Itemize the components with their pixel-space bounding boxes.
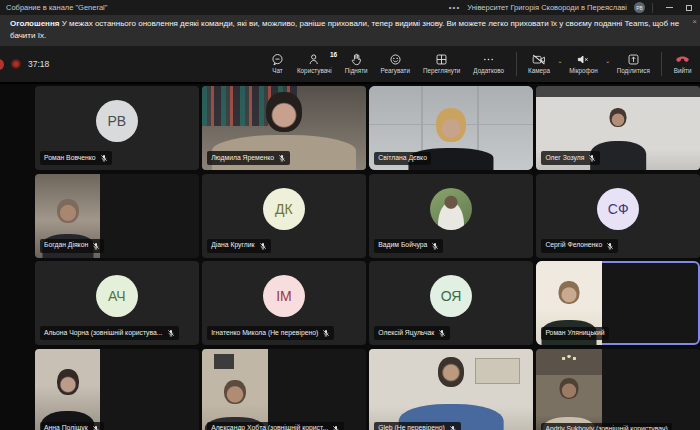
participant-initials-avatar: СФ (597, 188, 639, 230)
camera-button[interactable]: Камера (522, 53, 557, 74)
participant-name-tag: Gleb (Не перевірено) (374, 422, 461, 430)
profile-avatar[interactable]: РВ (634, 2, 645, 13)
participant-tile[interactable]: ДКДіана Круглик (202, 174, 366, 258)
raise-hand-button[interactable]: Підняти (338, 53, 374, 74)
participant-name: Людмила Яременко (211, 155, 274, 162)
participant-name-tag: Анна Поліщук (40, 422, 104, 430)
participant-name-tag: Світлана Дєвко (374, 152, 431, 165)
participant-tile[interactable]: Богдан Діякон (35, 174, 199, 258)
participant-tile[interactable]: ОЯОлексій Яцульчак (369, 261, 533, 345)
participant-tile[interactable]: Gleb (Не перевірено) (369, 349, 533, 430)
participant-name-tag: Сергій Фелоненко (541, 239, 618, 253)
participant-name-tag: Альона Чорна (зовнішній користува... (40, 326, 179, 340)
call-icon (0, 59, 4, 70)
participant-tile[interactable]: Роман Уляницький (536, 261, 700, 345)
mic-off-icon (322, 329, 330, 337)
mic-button[interactable]: Мікрофон (563, 53, 605, 74)
participant-name-tag: Людмила Яременко (207, 151, 290, 165)
hang-up-icon (675, 53, 690, 66)
participant-name: Andriy Sukhoviy (зовнішній користувач) (545, 426, 667, 430)
participant-tile[interactable]: Світлана Дєвко (369, 86, 533, 170)
mic-off-icon (449, 425, 457, 430)
participant-name-tag: Роман Вовченко (40, 151, 112, 165)
mic-off-icon (438, 329, 446, 337)
person-silhouette (560, 378, 579, 399)
react-icon (389, 53, 402, 66)
mic-off-icon (100, 154, 108, 162)
mic-off-icon (278, 154, 286, 162)
person-silhouette (266, 92, 302, 132)
participant-name: Олексій Яцульчак (378, 330, 434, 337)
participant-name-tag: Александр Хобта (зовнішній корист... (207, 422, 344, 430)
participant-name: Gleb (Не перевірено) (378, 425, 445, 430)
org-name: Університет Григорія Сковороди в Переясл… (467, 3, 627, 12)
mic-off-icon (606, 242, 614, 250)
participant-name-tag: Діана Круглик (207, 239, 270, 253)
participant-tile[interactable]: Вадим Бойчура (369, 174, 533, 258)
person-silhouette (224, 380, 246, 404)
participant-tile[interactable]: ІМІгнатенко Микола (Не перевірено) (202, 261, 366, 345)
participant-video (35, 349, 100, 430)
participant-video (536, 349, 601, 430)
restore-button[interactable] (686, 5, 692, 11)
participant-video (202, 349, 267, 430)
participant-initials-avatar: ДК (263, 188, 305, 230)
person-silhouette (57, 199, 79, 223)
participant-tile[interactable]: СФСергій Фелоненко (536, 174, 700, 258)
mic-off-icon (167, 329, 175, 337)
participant-tile[interactable]: Анна Поліщук (35, 349, 199, 430)
participant-name-tag: Олег Зозуля (541, 151, 600, 165)
participant-tile[interactable]: Олег Зозуля (536, 86, 700, 170)
participant-initials-avatar: АЧ (96, 275, 138, 317)
chat-button[interactable]: Чат (264, 53, 290, 74)
announcement-text: У межах останнього оновлення деякі коман… (10, 19, 679, 40)
participants-grid: РВРоман ВовченкоЛюдмила ЯременкоСвітлана… (35, 84, 700, 430)
participant-name: Діана Круглик (211, 242, 254, 249)
leave-button[interactable]: Вийти (667, 53, 698, 74)
participants-count-badge: 16 (330, 52, 337, 59)
participant-name-tag: Andriy Sukhoviy (зовнішній користувач) (541, 423, 671, 430)
participant-photo-avatar (430, 188, 472, 230)
participant-tile[interactable]: РВРоман Вовченко (35, 86, 199, 170)
participant-name-tag: Ігнатенко Микола (Не перевірено) (207, 326, 334, 340)
person-silhouette (436, 108, 466, 142)
mic-muted-icon (576, 53, 590, 66)
participant-name: Ігнатенко Микола (Не перевірено) (211, 330, 318, 337)
person-silhouette (559, 281, 580, 304)
recording-indicator-icon (11, 59, 21, 69)
participant-name-tag: Богдан Діякон (40, 239, 104, 253)
mic-off-icon (259, 242, 267, 250)
participant-name-tag: Вадим Бойчура (374, 239, 443, 253)
share-button[interactable]: Поділитися (610, 53, 656, 74)
participant-name: Вадим Бойчура (378, 242, 427, 249)
participant-tile[interactable]: Александр Хобта (зовнішній корист... (202, 349, 366, 430)
person-silhouette (57, 369, 79, 395)
people-icon (308, 53, 321, 66)
view-button[interactable]: Переглянути (417, 53, 467, 74)
react-button[interactable]: Реагувати (374, 53, 416, 74)
divider (661, 52, 662, 76)
participant-tile[interactable]: Andriy Sukhoviy (зовнішній користувач) (536, 349, 700, 430)
participant-tile[interactable]: Людмила Яременко (202, 86, 366, 170)
meeting-timer: 37:18 (28, 59, 49, 69)
participant-name: Богдан Діякон (44, 242, 88, 249)
more-options-icon[interactable]: ••• (449, 3, 460, 12)
window-title: Собрание в канале "General" (6, 3, 107, 12)
minimize-button[interactable] (666, 7, 673, 8)
participant-tile[interactable]: АЧАльона Чорна (зовнішній користува... (35, 261, 199, 345)
participant-initials-avatar: ІМ (263, 275, 305, 317)
mic-off-icon (332, 425, 340, 430)
participant-name: Александр Хобта (зовнішній корист... (211, 425, 328, 430)
close-icon[interactable]: × (692, 18, 697, 26)
mic-off-icon (588, 154, 596, 162)
more-icon (482, 53, 495, 66)
share-screen-icon (627, 53, 640, 66)
person-silhouette (610, 108, 627, 127)
more-button[interactable]: Додатково (467, 53, 511, 74)
raise-hand-icon (350, 53, 363, 66)
meeting-toolbar: 37:18 Чат 16 Користувачі Підняти Реагува… (0, 46, 700, 84)
participant-name: Світлана Дєвко (378, 155, 427, 162)
participant-name: Олег Зозуля (545, 155, 584, 162)
participant-initials-avatar: РВ (96, 100, 138, 142)
participants-button[interactable]: 16 Користувачі (290, 53, 338, 74)
